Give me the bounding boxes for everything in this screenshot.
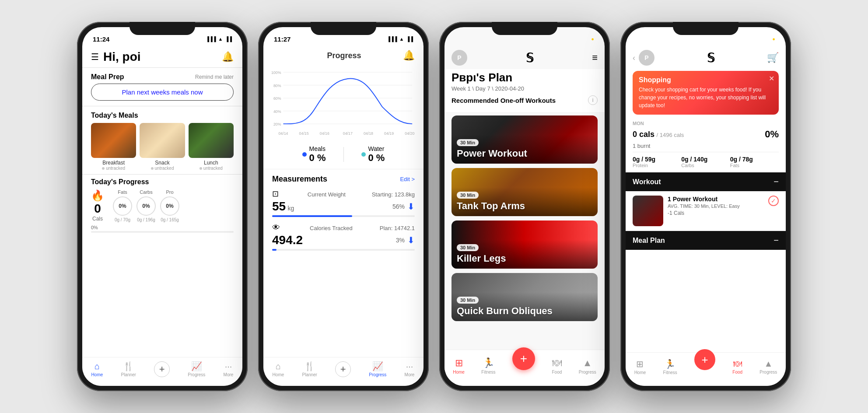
nav-fab-3[interactable]: + [512,354,535,377]
p4-avatar[interactable]: P [639,50,654,66]
bell-icon-2[interactable]: 🔔 [403,50,415,61]
todays-meals-section: Today's Meals Breakfast untracked Snack [82,106,242,174]
status-time-1: 11:24 [93,35,109,43]
workout-minus-icon[interactable]: − [774,177,779,187]
nav-food-label-4: Food [732,370,742,374]
carbs-label: Carbs [681,163,730,168]
nav-progress[interactable]: 📈 Progress [188,361,205,377]
todays-progress-section: Today's Progress 🔥 0 Cals Fats 0% 0g / 7… [82,175,242,236]
meal-label-breakfast: Breakfast [91,160,136,166]
workout-card-1[interactable]: 30 Min Power Workout [452,116,598,164]
weight-pct-row: 55 kg 56% ⬇ [272,200,415,214]
workout-card-4[interactable]: 30 Min Quick Burn Obliques [452,273,598,321]
nav-home-3[interactable]: ⊞ Home [453,357,465,374]
nav-planner[interactable]: 🍴 Planner [121,361,136,377]
macro-protein-sub: 0g / 165g [161,217,179,222]
meal-image-lunch [189,123,234,158]
workout-name-1: Power Workout [457,148,592,159]
popup-title: Shopping [639,76,773,84]
nav-fitness-4[interactable]: 🏃 Fitness [663,359,677,375]
meal-plan-minus-icon[interactable]: − [774,235,779,245]
workout-overlay-4: 30 Min Quick Burn Obliques [452,292,598,321]
meal-card-lunch[interactable]: Lunch untracked [189,123,234,171]
nav-more[interactable]: ··· More [224,361,234,377]
cart-icon[interactable]: 🛒 [767,52,779,63]
nav-home[interactable]: ⌂ Home [91,361,103,377]
more-icon-2: ··· [406,361,413,371]
back-button[interactable]: ‹ [633,53,635,63]
legend-meals: Meals 0 % [302,145,326,164]
meal-image-snack [140,123,185,158]
calories-tracked-item: 👁 Calories Tracked Plan: 14742.1 494.2 3… [272,223,415,251]
notch-1 [130,22,195,35]
meal-card-snack[interactable]: Snack untracked [140,123,185,171]
info-icon[interactable]: i [588,95,598,105]
svg-text:40%: 40% [273,109,281,114]
fab-button-3[interactable]: + [512,347,535,370]
home-icon-2: ⌂ [276,361,281,371]
nav-home-4[interactable]: ⊞ Home [634,359,646,375]
bell-icon[interactable]: 🔔 [222,51,234,63]
nav-progress-3[interactable]: ▲ Progress [579,357,596,374]
workout-section-title: Workout [633,178,661,186]
workout-item[interactable]: 1 Power Workout AVG. TIME: 30 Min, LEVEL… [626,191,786,231]
p3-menu-icon[interactable]: ≡ [592,52,598,63]
workout-thumbnail [633,196,663,226]
fab-button-4[interactable]: + [694,349,715,370]
cals-label-m: Calories Tracked [310,225,353,231]
cals-icon: 👁 [272,223,280,232]
workout-detail: AVG. TIME: 30 Min, LEVEL: Easy [668,203,764,210]
p4-scroll: MON 0 cals / 1496 cals 0% 1 burnt 0g / 5… [626,118,786,352]
nav-fab-4[interactable]: + [694,356,715,377]
progress-icon-3: ▲ [583,357,592,369]
nav-fitness-3[interactable]: 🏃 Fitness [481,357,495,374]
battery-icon-2: ▐▐ [406,36,413,42]
edit-link[interactable]: Edit > [400,176,415,182]
workout-check-icon[interactable]: ✓ [768,196,779,206]
nav-more-2[interactable]: ··· More [405,361,415,377]
popup-text: Check your shopping cart for your weeks … [639,86,773,109]
food-icon-3: 🍽 [552,357,562,369]
nav-add-2[interactable]: + [335,361,351,377]
p3-avatar[interactable]: P [452,50,467,66]
add-button[interactable]: + [154,361,170,377]
nav-progress-4[interactable]: ▲ Progress [760,359,777,374]
p2-scroll: Measurements Edit > ⊡ Current Weight Sta… [263,169,424,357]
remind-btn[interactable]: Remind me later [195,74,234,80]
meals-pct: 0 % [309,152,326,164]
nav-progress-label-3: Progress [579,370,596,374]
workout-cals: -1 Cals [668,210,764,216]
home-icon-3: ⊞ [455,357,463,369]
menu-icon[interactable]: ☰ [91,52,99,62]
recommended-title: Recommended One-off Workouts [452,97,556,104]
progress-chart: 100% 80% 60% 40% 20% 04/14 04/15 04/16 0… [270,65,416,140]
nav-food-4[interactable]: 🍽 Food [732,359,742,374]
page-title: Hi, poi [103,50,141,64]
fats-label: Fats [730,163,779,168]
macro-protein: Pro 0% 0g / 165g [160,189,179,222]
weight-pct: 56% [392,203,405,210]
popup-close-button[interactable]: ✕ [769,74,774,83]
workout-card-3[interactable]: 30 Min Killer Legs [452,220,598,269]
nav-planner-2[interactable]: 🍴 Planner [302,361,317,377]
screen-3: ● P 𝕊 ≡ Рврι's Plan Week 1 \ Day 7 \ 202… [444,27,605,386]
nav-food-3[interactable]: 🍽 Food [552,357,562,374]
svg-text:04/16: 04/16 [320,131,329,136]
cals-row-4: 0 cals / 1496 cals 0% [626,127,786,142]
nav-home-2[interactable]: ⌂ Home [273,361,284,377]
fitness-icon-3: 🏃 [483,357,494,369]
meal-card-breakfast[interactable]: Breakfast untracked [91,123,136,171]
signal-icon-2: ▐▐▐ [387,36,397,42]
meal-label-lunch: Lunch [189,160,234,166]
nav-progress-2[interactable]: 📈 Progress [369,361,386,377]
nav-add[interactable]: + [154,361,170,377]
workout-badge-4: 30 Min [457,297,479,304]
macro-carbs-circle: 0% [136,196,156,216]
weight-icon: ⊡ [272,189,279,199]
add-button-2[interactable]: + [335,361,351,377]
workout-card-2[interactable]: 30 Min Tank Top Arms [452,168,598,216]
workout-badge-3: 30 Min [457,244,479,251]
p2-header: Progress 🔔 [263,46,424,63]
plan-meals-button[interactable]: Plan next weeks meals now [91,84,234,101]
meal-label-snack: Snack [140,160,185,166]
